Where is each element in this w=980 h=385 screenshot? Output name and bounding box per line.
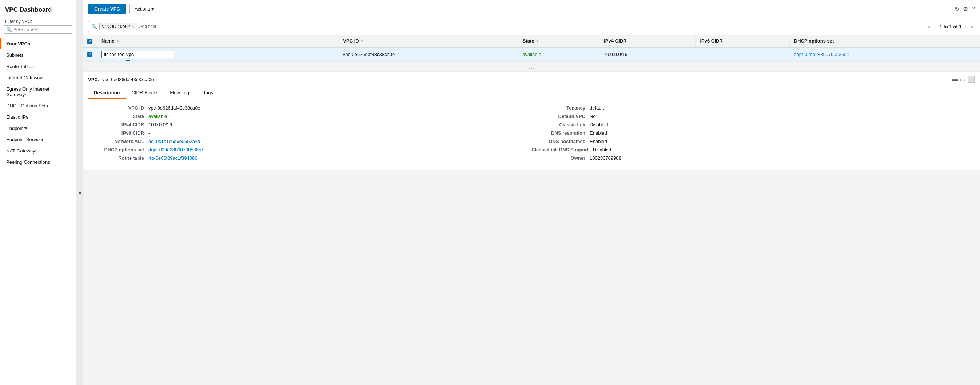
- detail-field-key: DHCP options set: [90, 147, 148, 153]
- detail-field-key: Tenancy: [531, 105, 590, 111]
- detail-field-value: default: [590, 105, 604, 111]
- filter-search-icon: 🔍: [91, 24, 97, 29]
- detail-row: Route tablertb-0e06f89ac1f394086: [90, 155, 520, 161]
- detail-fullscreen-icon[interactable]: ⬜: [967, 76, 975, 83]
- inline-edit-input[interactable]: [102, 51, 174, 58]
- sidebar-item-subnets[interactable]: Subnets: [0, 49, 76, 61]
- col-name[interactable]: Name ▼: [97, 35, 339, 47]
- detail-link[interactable]: acl-0c1c1e6d6e0552a4d: [148, 138, 200, 144]
- panel-resize-handle[interactable]: • • •: [83, 66, 980, 71]
- detail-link[interactable]: rtb-0e06f89ac1f394086: [148, 155, 197, 161]
- detail-field-value[interactable]: dopt-02de2889079053651: [148, 147, 204, 153]
- detail-expand-icon[interactable]: ▭: [960, 76, 966, 83]
- page-last-button[interactable]: »: [969, 23, 975, 30]
- sidebar-item-internet-gateways[interactable]: Internet Gateways: [0, 72, 76, 83]
- detail-minimize-icon[interactable]: ▬: [952, 76, 958, 83]
- create-vpc-button[interactable]: Create VPC: [88, 4, 126, 14]
- row-name-cell[interactable]: 15/255 ✕ ✓: [97, 47, 339, 62]
- sidebar-item-egress-only-internet-gateways[interactable]: Egress Only Internet Gateways: [0, 83, 76, 100]
- confirm-edit-icon[interactable]: ✓: [124, 60, 131, 62]
- sidebar-nav: Your VPCsSubnetsRoute TablesInternet Gat…: [0, 38, 76, 168]
- page-first-button[interactable]: «: [926, 23, 932, 30]
- detail-field-key: Owner: [531, 155, 590, 161]
- detail-tab-flow-logs[interactable]: Flow Logs: [164, 87, 197, 99]
- detail-vpc-title: VPC: vpc-0e626daf43c38ca0e: [88, 77, 154, 82]
- detail-field-value: vpc-0e626daf43c38ca0e: [148, 105, 200, 111]
- row-dhcp-cell[interactable]: dopt-02de2889079053651: [789, 47, 980, 62]
- sidebar-item-dhcp-options-sets[interactable]: DHCP Options Sets: [0, 100, 76, 111]
- col-vpc-id[interactable]: VPC ID ▼: [339, 35, 518, 47]
- actions-button[interactable]: Actions ▾: [129, 4, 160, 14]
- detail-link[interactable]: dopt-02de2889079053651: [148, 147, 204, 153]
- row-vpc-id-cell: vpc-0e626daf43c38ca0e: [339, 47, 518, 62]
- sort-name-icon: ▼: [116, 39, 119, 43]
- detail-row: Classic linkDisabled: [531, 122, 962, 127]
- select-all-header[interactable]: ✓: [83, 35, 97, 47]
- col-ipv6-cidr[interactable]: IPv6 CIDR: [695, 35, 789, 47]
- detail-field-value: No: [590, 113, 596, 119]
- col-dhcp-options-set[interactable]: DHCP options set: [789, 35, 980, 47]
- row-ipv6-cell: -: [695, 47, 789, 62]
- settings-icon[interactable]: ⚙: [963, 5, 968, 13]
- select-all-checkbox[interactable]: ✓: [87, 39, 92, 44]
- detail-field-key: Network ACL: [90, 138, 148, 144]
- detail-tab-description[interactable]: Description: [88, 87, 126, 99]
- filter-label: Filter by VPC:: [0, 17, 76, 25]
- detail-field-key: IPv4 CIDR: [90, 122, 148, 127]
- sort-state-icon: ▼: [536, 39, 539, 43]
- filter-box[interactable]: 🔍 VPC ID : 0e62 ✕ Add filter: [88, 21, 415, 32]
- dhcp-link[interactable]: dopt-02de2889079053651: [794, 52, 850, 57]
- detail-field-value: 100280769988: [590, 155, 621, 161]
- detail-vpc-id: vpc-0e626daf43c38ca0e: [102, 77, 154, 82]
- detail-tab-cidr-blocks[interactable]: CIDR Blocks: [126, 87, 164, 99]
- detail-tabs: DescriptionCIDR BlocksFlow LogsTags: [83, 87, 980, 99]
- horizontal-scrollbar[interactable]: [83, 62, 980, 66]
- sort-vpc-id-icon: ▼: [361, 39, 364, 43]
- row-checkbox-cell[interactable]: ✓: [83, 47, 97, 62]
- detail-row: Stateavailable: [90, 113, 520, 119]
- add-filter-text[interactable]: Add filter: [139, 24, 156, 29]
- col-state[interactable]: State ▼: [518, 35, 599, 47]
- detail-tab-tags[interactable]: Tags: [197, 87, 219, 99]
- sidebar-item-route-tables[interactable]: Route Tables: [0, 61, 76, 72]
- sidebar-item-your-vpcs[interactable]: Your VPCs: [0, 38, 76, 49]
- sidebar-item-peering-connections[interactable]: Peering Connections: [0, 156, 76, 168]
- detail-header: VPC: vpc-0e626daf43c38ca0e ▬ ▭ ⬜: [83, 72, 980, 87]
- detail-field-value: Disabled: [593, 147, 611, 153]
- help-icon[interactable]: ?: [972, 6, 975, 13]
- detail-field-key: DNS resolution: [531, 130, 590, 136]
- col-ipv4-cidr[interactable]: IPv4 CIDR: [600, 35, 695, 47]
- sidebar-item-nat-gateways[interactable]: NAT Gateways: [0, 145, 76, 156]
- sidebar-item-endpoints[interactable]: Endpoints: [0, 123, 76, 134]
- filter-tag-remove[interactable]: ✕: [131, 24, 135, 29]
- checkbox-check-icon: ✓: [88, 52, 91, 56]
- cancel-edit-icon[interactable]: ✕: [116, 60, 122, 62]
- detail-field-value[interactable]: rtb-0e06f89ac1f394086: [148, 155, 197, 161]
- active-filter-tag: VPC ID : 0e62 ✕: [99, 23, 137, 30]
- page-prev-button[interactable]: ‹: [934, 23, 938, 30]
- vpc-filter-wrap[interactable]: 🔍: [4, 25, 72, 34]
- row-ipv4-cell: 10.0.0.0/16: [600, 47, 695, 62]
- detail-row: Owner100280769988: [531, 155, 962, 161]
- page-next-button[interactable]: ›: [963, 23, 968, 30]
- detail-field-value: available: [148, 113, 167, 119]
- sidebar-item-elastic-ips[interactable]: Elastic IPs: [0, 111, 76, 123]
- table-row[interactable]: ✓ 15/255 ✕ ✓ vpc-0e626daf43c38ca0eavaila…: [83, 47, 980, 62]
- sidebar-item-endpoint-services[interactable]: Endpoint Services: [0, 134, 76, 145]
- pagination: « ‹ 1 to 1 of 1 › »: [926, 23, 975, 30]
- row-checkbox[interactable]: ✓: [87, 52, 92, 57]
- col-vpc-id-label: VPC ID: [343, 38, 359, 44]
- sidebar-collapse-handle[interactable]: ◀: [76, 0, 83, 385]
- detail-field-value[interactable]: acl-0c1c1e6d6e0552a4d: [148, 138, 200, 144]
- detail-left-section: VPC IDvpc-0e626daf43c38ca0eStateavailabl…: [90, 105, 531, 164]
- refresh-icon[interactable]: ↻: [955, 5, 959, 13]
- actions-label: Actions: [135, 6, 150, 12]
- detail-row: DNS resolutionEnabled: [531, 130, 962, 136]
- toolbar: Create VPC Actions ▾ ↻ ⚙ ?: [83, 0, 980, 18]
- vpc-filter-input[interactable]: [13, 27, 70, 32]
- detail-field-value: Enabled: [590, 130, 607, 136]
- detail-row: Default VPCNo: [531, 113, 962, 119]
- detail-row: Tenancydefault: [531, 105, 962, 111]
- inline-edit-wrap: 15/255 ✕ ✓: [102, 51, 174, 58]
- table-header-row: ✓ Name ▼ VPC ID ▼: [83, 35, 980, 47]
